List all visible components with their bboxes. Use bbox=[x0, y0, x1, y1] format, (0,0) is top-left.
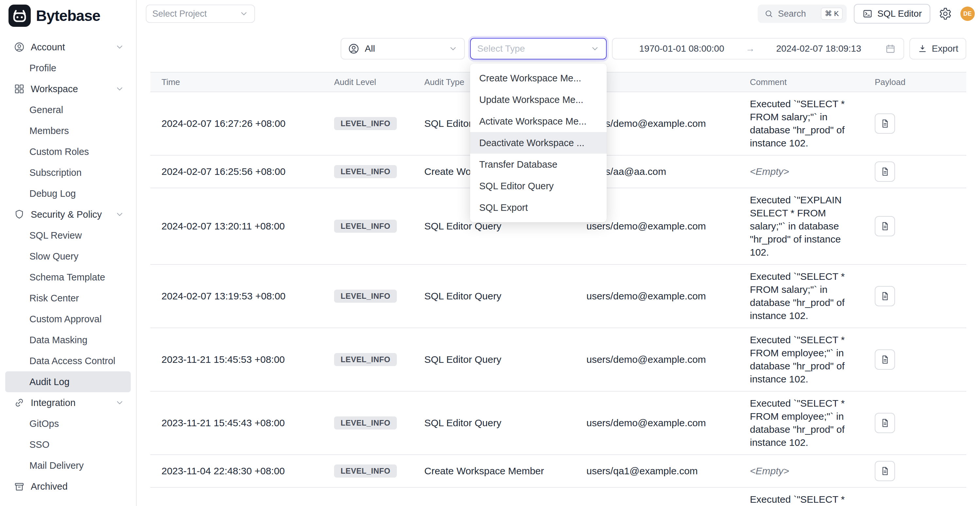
table-row: 2023-11-21 15:45:43 +08:00LEVEL_INFOSQL … bbox=[150, 391, 966, 455]
cell-time: 2024-02-07 16:27:26 +08:00 bbox=[150, 118, 334, 129]
dropdown-item-sql-editor-query[interactable]: SQL Editor Query bbox=[470, 175, 607, 197]
sidebar-item-label: Data Access Control bbox=[29, 356, 115, 366]
payload-view-button[interactable] bbox=[875, 286, 895, 306]
sidebar-item-label: Debug Log bbox=[29, 188, 76, 199]
search-shortcut-badge: ⌘ K bbox=[821, 8, 843, 20]
cell-audit-level: LEVEL_INFO bbox=[334, 417, 424, 430]
cell-audit-type: SQL Editor Query bbox=[424, 291, 586, 302]
user-avatar[interactable]: DE bbox=[960, 6, 975, 21]
cell-time: 2023-11-21 15:45:43 +08:00 bbox=[150, 417, 334, 428]
cell-actor: users/demo@example.com bbox=[586, 118, 750, 129]
sql-editor-button[interactable]: SQL Editor bbox=[854, 4, 930, 24]
sidebar-item-label: Audit Log bbox=[29, 377, 70, 387]
cell-audit-type: SQL Editor Query bbox=[424, 354, 586, 365]
user-circle-icon bbox=[348, 43, 360, 54]
topbar-right: Search ⌘ K SQL Editor DE bbox=[758, 4, 975, 24]
payload-view-button[interactable] bbox=[875, 461, 895, 481]
cell-payload bbox=[871, 161, 966, 182]
sidebar-item-subscription[interactable]: Subscription bbox=[5, 162, 131, 183]
search-button[interactable]: Search ⌘ K bbox=[758, 5, 846, 23]
sidebar-item-risk-center[interactable]: Risk Center bbox=[5, 288, 131, 309]
sidebar-item-debug-log[interactable]: Debug Log bbox=[5, 183, 131, 204]
sidebar-item-data-masking[interactable]: Data Masking bbox=[5, 329, 131, 350]
sidebar-section-integration[interactable]: Integration bbox=[5, 392, 131, 413]
cell-comment: Executed `"SELECT * FROM salary;"` in da… bbox=[750, 270, 871, 322]
chevron-down-icon bbox=[115, 43, 124, 52]
date-range-picker[interactable]: 1970-01-01 08:00:00 → 2024-02-07 18:09:1… bbox=[612, 38, 904, 59]
download-icon bbox=[918, 44, 928, 54]
workspace-icon bbox=[14, 83, 25, 94]
sidebar-item-slow-query[interactable]: Slow Query bbox=[5, 246, 131, 267]
audit-level-badge: LEVEL_INFO bbox=[334, 117, 397, 130]
sidebar-item-audit-log[interactable]: Audit Log bbox=[5, 371, 131, 392]
actor-filter-value: All bbox=[365, 43, 375, 54]
cell-time: 2024-02-07 16:25:56 +08:00 bbox=[150, 166, 334, 177]
sidebar-item-schema-template[interactable]: Schema Template bbox=[5, 267, 131, 288]
dropdown-item-create-workspace-me[interactable]: Create Workspace Me... bbox=[470, 67, 607, 89]
calendar-icon bbox=[885, 43, 896, 54]
app-root: Bytebase AccountProfileWorkspaceGeneralM… bbox=[0, 0, 980, 506]
sidebar-item-label: Data Masking bbox=[29, 335, 87, 345]
sidebar-item-label: SQL Review bbox=[29, 230, 82, 241]
date-to-value[interactable]: 2024-02-07 18:09:13 bbox=[757, 43, 880, 54]
cell-comment: <Empty> bbox=[750, 465, 871, 477]
sidebar-item-label: General bbox=[29, 105, 63, 115]
sidebar-item-mail-delivery[interactable]: Mail Delivery bbox=[5, 455, 131, 476]
payload-view-button[interactable] bbox=[875, 113, 895, 134]
logo-row[interactable]: Bytebase bbox=[0, 0, 136, 31]
topbar: Select Project Search ⌘ K SQL bbox=[137, 0, 980, 24]
sidebar-item-sso[interactable]: SSO bbox=[5, 434, 131, 455]
sidebar-item-custom-roles[interactable]: Custom Roles bbox=[5, 141, 131, 162]
filter-row: All Select Type Create Workspace Me...Up… bbox=[150, 38, 966, 59]
sidebar-item-sql-review[interactable]: SQL Review bbox=[5, 225, 131, 246]
chevron-down-icon bbox=[590, 44, 600, 53]
sidebar-section-security-policy[interactable]: Security & Policy bbox=[5, 204, 131, 225]
cell-payload bbox=[871, 461, 966, 481]
type-filter-select[interactable]: Select Type bbox=[470, 38, 607, 59]
terminal-icon bbox=[862, 8, 873, 19]
dropdown-item-update-workspace-me[interactable]: Update Workspace Me... bbox=[470, 89, 607, 110]
sidebar-section-workspace[interactable]: Workspace bbox=[5, 78, 131, 99]
dropdown-item-activate-workspace-me[interactable]: Activate Workspace Me... bbox=[470, 110, 607, 132]
dropdown-item-transfer-database[interactable]: Transfer Database bbox=[470, 154, 607, 175]
sidebar-section-account[interactable]: Account bbox=[5, 37, 131, 57]
chevron-down-icon bbox=[115, 84, 124, 94]
sidebar-item-gitops[interactable]: GitOps bbox=[5, 413, 131, 434]
cell-audit-level: LEVEL_INFO bbox=[334, 165, 424, 178]
sidebar-nav: AccountProfileWorkspaceGeneralMembersCus… bbox=[0, 31, 136, 506]
column-header-payload: Payload bbox=[871, 77, 966, 87]
export-button[interactable]: Export bbox=[909, 38, 966, 59]
sidebar-item-label: Custom Roles bbox=[29, 146, 89, 157]
sidebar-item-label: Slow Query bbox=[29, 251, 78, 262]
project-select-placeholder: Select Project bbox=[152, 9, 207, 19]
cell-actor: users/aa@aa.com bbox=[586, 166, 750, 177]
sidebar-section-label: Integration bbox=[31, 398, 75, 408]
cell-time: 2024-02-07 13:20:11 +08:00 bbox=[150, 221, 334, 232]
actor-filter-select[interactable]: All bbox=[340, 38, 465, 59]
sidebar-item-custom-approval[interactable]: Custom Approval bbox=[5, 309, 131, 329]
sidebar-item-general[interactable]: General bbox=[5, 99, 131, 120]
sidebar-section-label: Account bbox=[31, 42, 65, 53]
sidebar-section-label: Workspace bbox=[31, 84, 78, 94]
table-row: 2024-02-07 13:19:53 +08:00LEVEL_INFOSQL … bbox=[150, 265, 966, 328]
sidebar: Bytebase AccountProfileWorkspaceGeneralM… bbox=[0, 0, 137, 506]
user-icon bbox=[14, 41, 25, 53]
dropdown-item-sql-export[interactable]: SQL Export bbox=[470, 197, 607, 218]
payload-view-button[interactable] bbox=[875, 349, 895, 370]
project-select[interactable]: Select Project bbox=[146, 5, 255, 23]
sidebar-item-members[interactable]: Members bbox=[5, 120, 131, 141]
sidebar-item-label: Custom Approval bbox=[29, 314, 102, 325]
cell-comment: <Empty> bbox=[750, 165, 871, 178]
dropdown-item-deactivate-workspace[interactable]: Deactivate Workspace ... bbox=[470, 132, 607, 154]
payload-view-button[interactable] bbox=[875, 413, 895, 433]
cell-actor: users/demo@example.com bbox=[586, 221, 750, 232]
cell-time: 2023-11-04 22:48:30 +08:00 bbox=[150, 465, 334, 477]
sidebar-item-profile[interactable]: Profile bbox=[5, 57, 131, 78]
chevron-down-icon bbox=[449, 44, 458, 53]
settings-gear-icon[interactable] bbox=[937, 6, 953, 22]
payload-view-button[interactable] bbox=[875, 161, 895, 182]
sidebar-item-data-access-control[interactable]: Data Access Control bbox=[5, 350, 131, 371]
date-from-value[interactable]: 1970-01-01 08:00:00 bbox=[620, 43, 743, 54]
sidebar-section-archived[interactable]: Archived bbox=[5, 476, 131, 497]
payload-view-button[interactable] bbox=[875, 216, 895, 236]
